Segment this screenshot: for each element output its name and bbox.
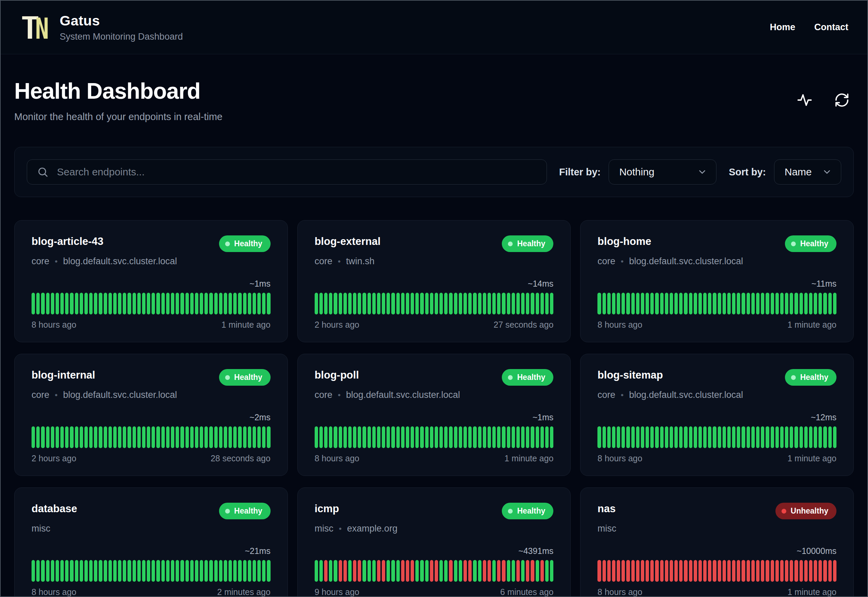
- health-bar[interactable]: [689, 426, 692, 448]
- health-bar[interactable]: [70, 293, 73, 315]
- health-bar[interactable]: [814, 426, 817, 448]
- health-bar[interactable]: [200, 426, 203, 448]
- health-bar[interactable]: [597, 560, 601, 582]
- health-bar[interactable]: [483, 560, 486, 582]
- health-bar[interactable]: [319, 560, 323, 582]
- health-bar[interactable]: [483, 426, 486, 448]
- health-bar[interactable]: [415, 560, 419, 582]
- health-bar[interactable]: [344, 560, 347, 582]
- health-bar[interactable]: [233, 293, 237, 315]
- health-bar[interactable]: [262, 560, 265, 582]
- health-bar[interactable]: [789, 560, 793, 582]
- health-bar[interactable]: [94, 426, 97, 448]
- health-bar[interactable]: [502, 560, 505, 582]
- health-bar[interactable]: [440, 560, 443, 582]
- health-bar[interactable]: [487, 560, 491, 582]
- health-bar[interactable]: [689, 293, 692, 315]
- health-bar[interactable]: [84, 293, 88, 315]
- health-bar[interactable]: [809, 560, 812, 582]
- health-bar[interactable]: [468, 293, 472, 315]
- health-bar[interactable]: [521, 560, 524, 582]
- health-bar[interactable]: [483, 293, 486, 315]
- health-bar[interactable]: [123, 293, 126, 315]
- health-bar[interactable]: [104, 293, 107, 315]
- health-bar[interactable]: [492, 426, 496, 448]
- health-bar[interactable]: [708, 560, 711, 582]
- health-bar[interactable]: [622, 560, 625, 582]
- health-bar[interactable]: [698, 293, 702, 315]
- health-bar[interactable]: [329, 426, 332, 448]
- health-bar[interactable]: [219, 426, 222, 448]
- health-bar[interactable]: [631, 426, 635, 448]
- health-bar[interactable]: [516, 560, 520, 582]
- health-bar[interactable]: [70, 560, 73, 582]
- health-bar[interactable]: [761, 293, 764, 315]
- health-bar[interactable]: [36, 560, 40, 582]
- health-bar[interactable]: [723, 426, 726, 448]
- health-bar[interactable]: [65, 426, 68, 448]
- health-bar[interactable]: [56, 293, 59, 315]
- health-bar[interactable]: [674, 293, 678, 315]
- health-bar[interactable]: [660, 426, 664, 448]
- health-bar[interactable]: [118, 426, 121, 448]
- health-bar[interactable]: [698, 426, 702, 448]
- health-bar[interactable]: [238, 560, 241, 582]
- health-bar[interactable]: [46, 426, 49, 448]
- health-bar[interactable]: [363, 426, 366, 448]
- health-bar[interactable]: [243, 426, 246, 448]
- health-bar[interactable]: [334, 426, 337, 448]
- health-bar[interactable]: [339, 426, 342, 448]
- health-bar[interactable]: [113, 293, 117, 315]
- health-bar[interactable]: [257, 293, 261, 315]
- health-bar[interactable]: [339, 560, 342, 582]
- health-bar[interactable]: [104, 426, 107, 448]
- health-bar[interactable]: [607, 560, 611, 582]
- health-bar[interactable]: [410, 560, 414, 582]
- health-bar[interactable]: [747, 560, 750, 582]
- health-bar[interactable]: [190, 426, 194, 448]
- refresh-icon[interactable]: [834, 92, 850, 108]
- health-bar[interactable]: [737, 560, 740, 582]
- health-bar[interactable]: [751, 560, 755, 582]
- health-bar[interactable]: [819, 426, 822, 448]
- health-bar[interactable]: [415, 293, 419, 315]
- health-bar[interactable]: [626, 426, 630, 448]
- health-bar[interactable]: [771, 426, 774, 448]
- health-bar[interactable]: [137, 560, 141, 582]
- health-bar[interactable]: [410, 426, 414, 448]
- health-bar[interactable]: [785, 426, 788, 448]
- health-bar[interactable]: [89, 426, 93, 448]
- health-bar[interactable]: [718, 426, 721, 448]
- health-bar[interactable]: [541, 560, 544, 582]
- health-bar[interactable]: [766, 426, 769, 448]
- health-bar[interactable]: [641, 426, 644, 448]
- health-bar[interactable]: [113, 426, 117, 448]
- health-bar[interactable]: [214, 560, 218, 582]
- health-bar[interactable]: [137, 293, 141, 315]
- health-bar[interactable]: [262, 293, 265, 315]
- health-bar[interactable]: [804, 293, 808, 315]
- health-bar[interactable]: [238, 293, 241, 315]
- health-bar[interactable]: [622, 426, 625, 448]
- health-bar[interactable]: [646, 560, 649, 582]
- health-bar[interactable]: [814, 293, 817, 315]
- health-bar[interactable]: [823, 560, 827, 582]
- health-bar[interactable]: [51, 560, 54, 582]
- health-bar[interactable]: [665, 293, 668, 315]
- health-bar[interactable]: [344, 293, 347, 315]
- endpoint-card[interactable]: blog-article-43 Healthy core • blog.defa…: [14, 220, 288, 342]
- health-bar[interactable]: [36, 426, 40, 448]
- health-bar[interactable]: [267, 560, 270, 582]
- health-bar[interactable]: [512, 426, 515, 448]
- health-bar[interactable]: [819, 560, 822, 582]
- health-bar[interactable]: [31, 560, 35, 582]
- health-bar[interactable]: [794, 293, 798, 315]
- health-bar[interactable]: [531, 426, 534, 448]
- health-bar[interactable]: [756, 293, 760, 315]
- health-bar[interactable]: [771, 293, 774, 315]
- health-bar[interactable]: [612, 293, 615, 315]
- health-bar[interactable]: [133, 560, 136, 582]
- health-bar[interactable]: [794, 426, 798, 448]
- health-bar[interactable]: [430, 426, 433, 448]
- health-bar[interactable]: [751, 293, 755, 315]
